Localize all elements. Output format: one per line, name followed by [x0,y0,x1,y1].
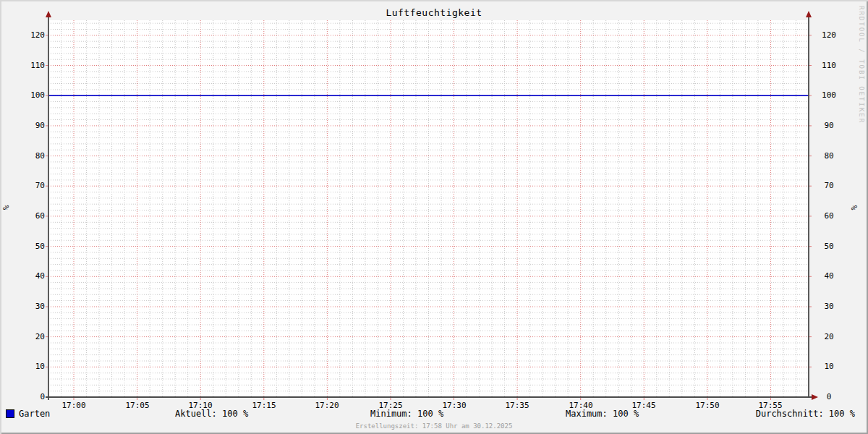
x-tick-label: 17:35 [502,401,532,410]
x-tick-label: 17:20 [312,401,342,410]
chart-grid [0,0,868,434]
y-tick-label: 50 [20,242,45,251]
x-tick-label: 17:50 [692,401,723,410]
creation-time-footer: Erstellungszeit: 17:58 Uhr am 30.12.2025 [0,422,868,430]
legend-color-swatch [6,409,14,418]
y-axis-unit-left: % [2,200,11,215]
legend-series-label: Garten [19,409,50,419]
y-tick-label: 40 [20,272,45,281]
y-tick-label: 80 [20,152,45,161]
y-tick-label: 110 [20,61,45,70]
y-tick-label: 60 [819,212,839,221]
y-tick-label: 0 [20,393,45,401]
y-tick-label: 40 [819,272,839,281]
x-tick-label: 17:15 [249,401,279,410]
y-tick-label: 20 [20,333,45,341]
y-tick-label: 30 [819,302,839,311]
y-tick-label: 50 [819,242,839,251]
x-tick-label: 17:00 [59,401,89,410]
y-axis-unit-right: % [849,200,858,215]
x-tick-label: 17:30 [439,401,469,410]
legend-stat-aktuell: Aktuell: 100 % [175,409,248,419]
legend-stat-minimum: Minimum: 100 % [370,409,443,419]
y-tick-label: 100 [20,91,45,100]
rrdtool-watermark: RRDTOOL / TOBI OETIKER [858,6,865,124]
y-tick-label: 90 [819,122,839,130]
x-tick-label: 17:05 [122,401,153,410]
legend-stat-durchschnitt: Durchschnitt: 100 % [756,409,855,419]
y-tick-label: 80 [819,152,839,161]
y-tick-label: 60 [20,212,45,221]
y-tick-label: 0 [819,393,839,401]
y-tick-label: 110 [819,61,839,70]
legend-stat-maximum: Maximum: 100 % [566,409,639,419]
y-tick-label: 90 [20,122,45,130]
y-tick-label: 70 [20,182,45,190]
y-tick-label: 70 [819,182,839,190]
y-tick-label: 120 [819,31,839,40]
y-tick-label: 100 [819,91,839,100]
chart-area [0,0,868,434]
rrdtool-graph: Luftfeuchtigkeit 01020304050607080901001… [0,0,868,434]
y-tick-label: 10 [20,362,45,371]
y-tick-label: 10 [819,362,839,371]
y-tick-label: 120 [20,31,45,40]
y-tick-label: 20 [819,333,839,341]
y-tick-label: 30 [20,302,45,311]
